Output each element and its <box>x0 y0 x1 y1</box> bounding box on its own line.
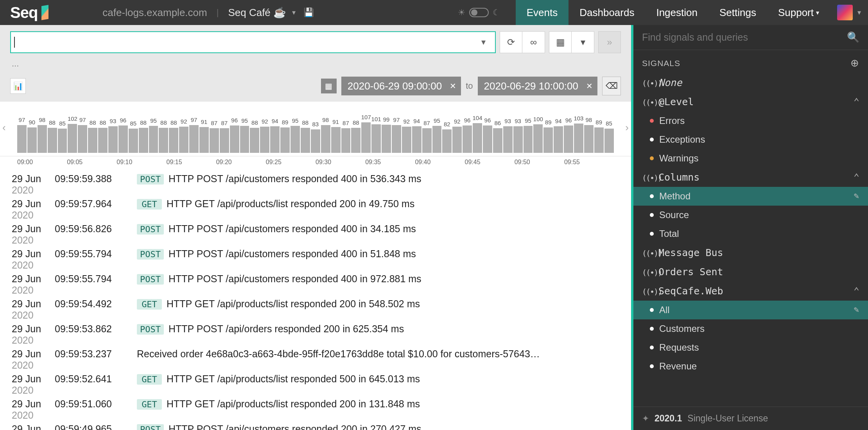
histogram-bar[interactable]: 95 <box>524 126 533 153</box>
histogram-bar[interactable]: 104 <box>473 123 482 153</box>
signal-item-method[interactable]: Method✎ <box>631 187 868 206</box>
histogram-bar[interactable]: 97 <box>17 125 27 153</box>
histogram-bar[interactable]: 93 <box>503 126 513 153</box>
theme-toggle[interactable]: ☀ ☾ <box>458 8 500 17</box>
histogram-bar[interactable]: 95 <box>149 126 158 153</box>
nav-tab-dashboards[interactable]: Dashboards <box>569 0 645 25</box>
histogram-bar[interactable]: 87 <box>341 128 351 153</box>
histogram-bar[interactable]: 107 <box>361 122 371 153</box>
signal-item-requests[interactable]: Requests <box>633 338 868 357</box>
histogram-bar[interactable]: 88 <box>169 128 178 153</box>
event-row[interactable]: 29 Jun 202009:59:53.862POSTHTTP POST /ap… <box>0 322 631 347</box>
histogram-bar[interactable]: 93 <box>108 126 118 153</box>
histogram-bar[interactable]: 88 <box>98 128 108 153</box>
histogram-bar[interactable]: 89 <box>280 127 290 153</box>
histogram-bar[interactable]: 96 <box>564 125 573 153</box>
signal-none[interactable]: None <box>633 73 868 92</box>
clear-time-button[interactable]: ⌫ <box>602 77 621 95</box>
histogram-bar[interactable]: 97 <box>392 125 401 153</box>
histogram-next-icon[interactable]: › <box>625 122 629 134</box>
histogram-bar[interactable]: 92 <box>260 127 269 153</box>
version-label[interactable]: 2020.1 <box>655 413 682 424</box>
signal-group-message-bus[interactable]: Message Bus <box>633 243 868 262</box>
histogram-bar[interactable]: 92 <box>179 127 188 153</box>
signal-item-revenue[interactable]: Revenue <box>633 357 868 376</box>
breadcrumb-ellipsis[interactable]: ... <box>0 57 631 73</box>
event-row[interactable]: 29 Jun 202009:59:57.964GETHTTP GET /api/… <box>0 197 631 222</box>
search-icon[interactable]: 🔍 <box>847 31 859 43</box>
nav-tab-ingestion[interactable]: Ingestion <box>645 0 708 25</box>
event-list[interactable]: 29 Jun 202009:59:59.388POSTHTTP POST /ap… <box>0 170 631 430</box>
histogram-bar[interactable]: 87 <box>210 128 219 153</box>
histogram-bar[interactable]: 93 <box>513 126 523 153</box>
event-row[interactable]: 29 Jun 202009:59:53.237Received order 4e… <box>0 347 631 372</box>
histogram-prev-icon[interactable]: ‹ <box>2 122 6 134</box>
nav-tab-events[interactable]: Events <box>516 0 569 25</box>
signal-group-orders-sent[interactable]: Orders Sent <box>633 262 868 281</box>
event-row[interactable]: 29 Jun 202009:59:55.794POSTHTTP POST /ap… <box>0 272 631 297</box>
histogram-bar[interactable]: 94 <box>412 126 421 153</box>
tail-button[interactable]: ∞ <box>522 31 545 53</box>
histogram-bar[interactable]: 96 <box>230 125 239 153</box>
logo[interactable]: Seq <box>10 4 48 22</box>
histogram-bar[interactable]: 92 <box>452 127 462 153</box>
histogram-bar[interactable]: 88 <box>159 128 168 153</box>
histogram-bar[interactable]: 88 <box>48 128 57 153</box>
signal-item-source[interactable]: Source <box>633 206 868 224</box>
histogram-bar[interactable]: 97 <box>189 125 199 153</box>
workspace-selector[interactable]: Seq Café ☕ ▾ <box>228 7 296 19</box>
histogram-bar[interactable]: 97 <box>78 125 87 153</box>
event-row[interactable]: 29 Jun 202009:59:59.388POSTHTTP POST /ap… <box>0 172 631 197</box>
histogram-bar[interactable]: 96 <box>483 125 492 153</box>
event-row[interactable]: 29 Jun 202009:59:51.060GETHTTP GET /api/… <box>0 397 631 422</box>
time-to-pill[interactable]: 2020-06-29 10:00:00 ✕ <box>478 77 597 95</box>
histogram-bar[interactable]: 88 <box>351 128 360 153</box>
histogram-bar[interactable]: 87 <box>220 128 229 153</box>
signal-group-seqcafe-web[interactable]: SeqCafe.Web⌃ <box>633 281 868 301</box>
calendar-button[interactable]: ▦ <box>321 79 337 93</box>
histogram-bar[interactable]: 100 <box>533 124 543 153</box>
histogram-bar[interactable]: 91 <box>199 127 209 153</box>
signal-item-all[interactable]: All✎ <box>631 301 868 319</box>
histogram-bar[interactable]: 99 <box>382 125 391 153</box>
chevron-up-icon[interactable]: ⌃ <box>854 96 859 108</box>
add-signal-icon[interactable]: ⊕ <box>850 57 859 69</box>
histogram-bar[interactable]: 85 <box>604 129 614 153</box>
histogram-bar[interactable]: 82 <box>442 129 452 153</box>
event-row[interactable]: 29 Jun 202009:59:52.641GETHTTP GET /api/… <box>0 372 631 397</box>
histogram-bar[interactable]: 101 <box>371 124 381 153</box>
histogram-bar[interactable]: 83 <box>311 129 320 153</box>
toggle-track[interactable] <box>469 8 489 17</box>
clear-from-icon[interactable]: ✕ <box>450 81 456 91</box>
clear-to-icon[interactable]: ✕ <box>586 81 593 91</box>
histogram-bar[interactable]: 96 <box>463 125 472 153</box>
histogram-bar[interactable]: 88 <box>301 128 310 153</box>
nav-tab-settings[interactable]: Settings <box>708 0 767 25</box>
signal-group-columns[interactable]: Columns⌃ <box>633 168 868 187</box>
nav-tab-support[interactable]: Support ▾ <box>767 0 830 25</box>
histogram-bar[interactable]: 86 <box>493 128 502 153</box>
time-from-pill[interactable]: 2020-06-29 09:00:00 ✕ <box>341 77 461 95</box>
event-row[interactable]: 29 Jun 202009:59:49.965POSTHTTP POST /ap… <box>0 422 631 430</box>
histogram-bar[interactable]: 85 <box>58 129 67 153</box>
signal-item-exceptions[interactable]: Exceptions <box>633 130 868 149</box>
histogram-bar[interactable]: 96 <box>118 125 128 153</box>
edit-icon[interactable]: ✎ <box>854 306 859 314</box>
histogram-bar[interactable]: 92 <box>402 127 411 153</box>
signal-item-errors[interactable]: Errors <box>633 111 868 130</box>
histogram-bar[interactable]: 95 <box>432 126 442 153</box>
histogram-bar[interactable]: 89 <box>594 127 604 153</box>
query-input[interactable] <box>15 37 475 47</box>
more-button[interactable]: » <box>598 31 621 53</box>
histogram-bar[interactable]: 89 <box>543 127 553 153</box>
histogram-bar[interactable]: 103 <box>574 124 583 153</box>
event-row[interactable]: 29 Jun 202009:59:56.826POSTHTTP POST /ap… <box>0 222 631 247</box>
histogram-bar[interactable]: 91 <box>331 127 341 153</box>
view-options-button[interactable]: ▾ <box>572 31 594 53</box>
histogram-bar[interactable]: 88 <box>250 128 259 153</box>
histogram-bar[interactable]: 94 <box>270 126 280 153</box>
save-icon[interactable]: 💾 <box>303 7 314 18</box>
query-input-wrapper[interactable]: ▾ <box>10 31 496 53</box>
histogram[interactable]: ‹ 97909888851029788889396858895888892979… <box>0 102 631 156</box>
view-grid-button[interactable]: ▦ <box>549 31 572 53</box>
